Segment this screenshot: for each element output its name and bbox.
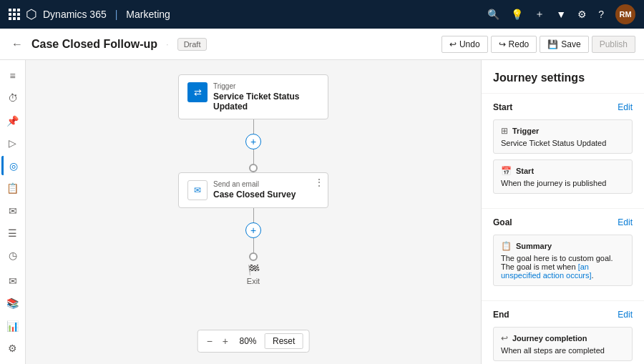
save-icon: 💾 xyxy=(547,39,558,49)
connector-line-bottom xyxy=(253,149,254,164)
end-section: End Edit ↩ Journey completion When all s… xyxy=(482,301,644,364)
sidebar-item-analytics[interactable]: ◷ xyxy=(1,246,24,265)
goal-card-row: 📋 Summary xyxy=(501,241,625,251)
start-card-row: 📅 Start xyxy=(501,166,625,176)
journey-settings-panel: Journey settings Start Edit ⊞ Trigger Se… xyxy=(481,60,644,364)
trigger-card: ⊞ Trigger Service Ticket Status Updated xyxy=(493,119,633,154)
start-card-value: When the journey is published xyxy=(501,179,625,187)
canvas-content: ⇄ Trigger Service Ticket Status Updated … xyxy=(26,60,481,364)
end-card-label: Journey completion xyxy=(512,334,587,343)
add-step-button-2[interactable]: + xyxy=(245,222,261,238)
main-layout: ≡ ⏱ 📌 ▷ ◎ 📋 ✉ ☰ ◷ ✉ 📚 📊 ⚙ ⇄ Trigger Serv… xyxy=(0,60,644,364)
lightbulb-icon[interactable]: 💡 xyxy=(511,9,523,20)
sidebar-item-library[interactable]: 📚 xyxy=(1,294,24,313)
end-card: ↩ Journey completion When all steps are … xyxy=(493,327,633,361)
app-launcher-icon[interactable] xyxy=(9,9,20,20)
title-separator: · xyxy=(166,39,169,49)
end-card-value: When all steps are completed xyxy=(501,346,625,355)
settings-icon[interactable]: ⚙ xyxy=(577,9,587,20)
end-card-icon: ↩ xyxy=(501,333,508,343)
trigger-card-value: Service Ticket Status Updated xyxy=(501,139,625,147)
sidebar-item-recent[interactable]: ⏱ xyxy=(1,88,24,107)
email-node[interactable]: ✉ Send an email Case Closed Survey ⋮ xyxy=(178,172,328,208)
search-icon[interactable]: 🔍 xyxy=(487,9,499,20)
zoom-reset-button[interactable]: Reset xyxy=(265,333,303,349)
end-section-title: End xyxy=(493,310,509,320)
email-node-title: Case Closed Survey xyxy=(213,190,319,200)
connector-1: + xyxy=(245,119,261,172)
top-navigation: ⬡ Dynamics 365 | Marketing 🔍 💡 ＋ ▼ ⚙ ? R… xyxy=(0,0,644,29)
end-card-row: ↩ Journey completion xyxy=(501,333,625,343)
brand-name: ⬡ Dynamics 365 | Marketing xyxy=(26,6,170,22)
goal-card: 📋 Summary The goal here is to custom goa… xyxy=(493,235,633,286)
sidebar-item-journeys[interactable]: ◎ xyxy=(1,156,24,175)
zoom-controls: − + 80% Reset xyxy=(197,330,310,353)
trigger-node-title: Service Ticket Status Updated xyxy=(213,92,319,112)
goal-section: Goal Edit 📋 Summary The goal here is to … xyxy=(482,209,644,301)
exit-label: Exit xyxy=(247,277,260,285)
trigger-card-row: ⊞ Trigger xyxy=(501,126,625,136)
email-node-content: Send an email Case Closed Survey xyxy=(213,180,319,200)
toolbar-actions: ↩ Undo ↪ Redo 💾 Save Publish xyxy=(441,36,635,53)
status-badge: Draft xyxy=(177,38,208,51)
trigger-node[interactable]: ⇄ Trigger Service Ticket Status Updated xyxy=(178,74,328,119)
goal-card-icon: 📋 xyxy=(501,241,512,251)
email-node-more-icon[interactable]: ⋮ xyxy=(315,177,323,187)
publish-label: Publish xyxy=(600,39,628,49)
sidebar-item-emails[interactable]: ✉ xyxy=(1,201,24,220)
start-section: Start Edit ⊞ Trigger Service Ticket Stat… xyxy=(482,94,644,209)
trigger-card-icon: ⊞ xyxy=(501,126,508,136)
save-button[interactable]: 💾 Save xyxy=(540,36,588,53)
sidebar-item-segments[interactable]: 📋 xyxy=(1,178,24,197)
trigger-card-label: Trigger xyxy=(512,127,539,135)
connector-line-top xyxy=(253,119,254,134)
help-icon[interactable]: ? xyxy=(598,9,604,20)
goal-link[interactable]: [an unspecified action occurs] xyxy=(501,262,592,280)
module-name: Marketing xyxy=(126,9,170,20)
start-card: 📅 Start When the journey is published xyxy=(493,159,633,194)
email-icon: ✉ xyxy=(187,180,208,200)
connector-circle-2 xyxy=(249,252,258,261)
goal-section-header: Goal Edit xyxy=(493,217,633,227)
start-card-icon: 📅 xyxy=(501,166,512,176)
connector-line-2-bottom xyxy=(253,238,254,252)
sidebar-item-menu[interactable]: ≡ xyxy=(1,66,24,85)
sidebar-item-pinned[interactable]: 📌 xyxy=(1,111,24,130)
back-button[interactable]: ← xyxy=(9,35,26,54)
trigger-icon: ⇄ xyxy=(187,82,208,102)
dynamics-logo: ⬡ xyxy=(26,6,37,22)
filter-icon[interactable]: ▼ xyxy=(556,9,566,20)
add-step-button-1[interactable]: + xyxy=(245,134,261,149)
undo-icon: ↩ xyxy=(449,39,457,49)
sidebar-item-messages[interactable]: ✉ xyxy=(1,271,24,290)
end-edit-button[interactable]: Edit xyxy=(618,310,633,320)
exit-node: 🏁 Exit xyxy=(247,264,260,285)
start-edit-button[interactable]: Edit xyxy=(618,102,633,112)
sidebar-item-reports[interactable]: 📊 xyxy=(1,316,24,335)
top-nav-actions: 🔍 💡 ＋ ▼ ⚙ ? RM xyxy=(487,4,635,24)
add-icon[interactable]: ＋ xyxy=(535,8,545,21)
trigger-node-label: Trigger xyxy=(213,82,319,90)
exit-icon: 🏁 xyxy=(248,264,260,275)
panel-title: Journey settings xyxy=(482,60,644,94)
goal-edit-button[interactable]: Edit xyxy=(618,217,633,227)
sidebar-item-settings[interactable]: ⚙ xyxy=(1,339,24,358)
sidebar-item-lists[interactable]: ☰ xyxy=(1,223,24,242)
save-label: Save xyxy=(561,39,580,49)
left-sidebar: ≡ ⏱ 📌 ▷ ◎ 📋 ✉ ☰ ◷ ✉ 📚 📊 ⚙ xyxy=(0,60,26,364)
page-toolbar: ← Case Closed Follow-up · Draft ↩ Undo ↪… xyxy=(0,29,644,60)
sidebar-item-play[interactable]: ▷ xyxy=(1,133,24,152)
journey-canvas: ⇄ Trigger Service Ticket Status Updated … xyxy=(26,60,481,364)
zoom-value: 80% xyxy=(235,336,260,346)
undo-button[interactable]: ↩ Undo xyxy=(441,36,488,53)
undo-label: Undo xyxy=(459,39,480,49)
redo-label: Redo xyxy=(509,39,530,49)
zoom-in-button[interactable]: + xyxy=(220,334,231,348)
start-card-label: Start xyxy=(516,167,534,175)
publish-button[interactable]: Publish xyxy=(592,36,635,53)
goal-section-title: Goal xyxy=(493,217,512,227)
app-name: Dynamics 365 xyxy=(43,9,107,20)
user-avatar[interactable]: RM xyxy=(615,4,635,24)
redo-button[interactable]: ↪ Redo xyxy=(491,36,537,53)
zoom-out-button[interactable]: − xyxy=(204,334,215,348)
